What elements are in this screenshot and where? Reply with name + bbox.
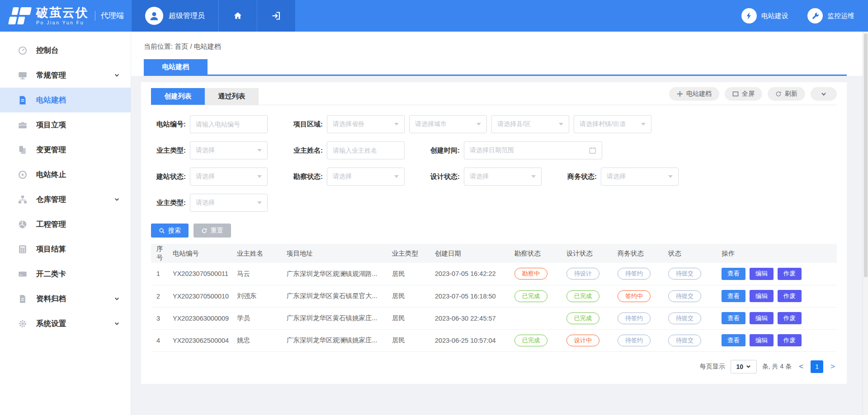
business-status-label: 商务状态: xyxy=(562,173,601,181)
next-page-button[interactable]: > xyxy=(829,362,837,371)
view-button[interactable]: 查看 xyxy=(722,334,745,346)
fullscreen-button[interactable]: 全屏 xyxy=(725,87,762,101)
station-code: YX2023070500011 xyxy=(169,263,233,285)
table-header-row: 序号电站编号业主姓名项目地址业主类型创建日期勘察状态设计状态商务状态状态操作 xyxy=(151,244,837,263)
sidebar-item-general-mgmt[interactable]: 常规管理 xyxy=(0,63,131,88)
caret-down-icon xyxy=(257,175,262,178)
scrollbar-thumb[interactable] xyxy=(864,33,868,277)
owner-type2-select[interactable]: 请选择 xyxy=(190,194,268,212)
chevron-down-icon xyxy=(821,91,827,97)
region-label: 项目区域: xyxy=(288,120,327,129)
sidebar-item-settings[interactable]: 系统设置 xyxy=(0,311,131,336)
reset-button[interactable]: 重置 xyxy=(193,224,231,238)
void-button[interactable]: 作废 xyxy=(778,334,802,346)
page-1-button[interactable]: 1 xyxy=(811,360,823,373)
column-header: 业主姓名 xyxy=(233,244,283,263)
column-header: 设计状态 xyxy=(563,244,614,263)
city-select[interactable]: 请选择城市 xyxy=(409,115,487,133)
user-menu[interactable]: 超级管理员 xyxy=(131,0,219,32)
nav-monitor-ops-label: 监控运维 xyxy=(827,12,854,20)
calculator-icon xyxy=(17,244,28,255)
business-status-select[interactable]: 请选择 xyxy=(601,168,679,186)
nav-monitor-ops[interactable]: 监控运维 xyxy=(807,8,854,23)
survey-status-select[interactable]: 请选择 xyxy=(327,168,405,186)
page-tab-station-file[interactable]: 电站建档 xyxy=(144,59,208,75)
owner-name: 刘强东 xyxy=(233,285,283,307)
logo: 破茧云伏 Po Jian Yun Fu 代理端 xyxy=(0,0,131,32)
edit-button[interactable]: 编辑 xyxy=(750,268,774,280)
scrollbar[interactable] xyxy=(863,32,868,415)
station-code-label: 电站编号: xyxy=(151,120,190,129)
breadcrumb-label: 当前位置: xyxy=(144,42,173,50)
sitemap-icon xyxy=(17,194,28,205)
plus-icon xyxy=(677,91,683,97)
reset-icon xyxy=(201,228,208,234)
breadcrumb-home[interactable]: 首页 xyxy=(175,42,188,50)
build-status-label: 建站状态: xyxy=(151,173,190,181)
void-button[interactable]: 作废 xyxy=(778,312,802,324)
user-avatar-icon xyxy=(145,7,163,25)
briefcase-icon xyxy=(17,120,28,131)
create-time-range-input[interactable]: 请选择日期范围 xyxy=(464,141,602,159)
design-status-select[interactable]: 请选择 xyxy=(464,168,542,186)
table-row: 4YX2023062500004姚忠广东深圳龙华区观澜镇姚家庄...居民2023… xyxy=(151,329,837,351)
column-header: 序号 xyxy=(151,244,169,263)
build-status-select[interactable]: 请选择 xyxy=(190,168,268,186)
edit-button[interactable]: 编辑 xyxy=(750,312,774,324)
breadcrumb-current: 电站建档 xyxy=(194,42,221,50)
status-status-badge: 待提交 xyxy=(668,268,701,280)
logout-button[interactable] xyxy=(257,0,296,32)
sidebar-item-settlement[interactable]: 项目结算 xyxy=(0,237,131,261)
edit-button[interactable]: 编辑 xyxy=(750,334,774,346)
county-select[interactable]: 请选择县/区 xyxy=(491,115,569,133)
tab-create-list[interactable]: 创建列表 xyxy=(151,88,205,105)
refresh-button[interactable]: 刷新 xyxy=(768,87,805,101)
caret-down-icon xyxy=(641,123,646,126)
caret-down-icon xyxy=(394,123,399,126)
station-code-input[interactable] xyxy=(190,115,268,133)
total-count-label: 条, 共 4 条 xyxy=(762,363,792,371)
sidebar-item-console[interactable]: 控制台 xyxy=(0,38,131,63)
sidebar-item-project-setup[interactable]: 项目立项 xyxy=(0,112,131,137)
column-header: 电站编号 xyxy=(169,244,233,263)
province-select[interactable]: 请选择省份 xyxy=(327,115,405,133)
gear-icon xyxy=(17,318,28,329)
sidebar-item-warehouse-mgmt[interactable]: 仓库管理 xyxy=(0,187,131,212)
copy-icon xyxy=(17,145,28,155)
view-button[interactable]: 查看 xyxy=(722,268,745,280)
create-station-button[interactable]: 电站建档 xyxy=(669,87,719,101)
owner-name-input[interactable] xyxy=(327,141,405,159)
home-button[interactable] xyxy=(219,0,257,32)
owner-type-select[interactable]: 请选择 xyxy=(190,141,268,159)
status-status-badge: 待提交 xyxy=(668,290,701,302)
sidebar-item-station-file[interactable]: 电站建档 xyxy=(0,88,131,112)
prev-page-button[interactable]: < xyxy=(797,362,805,371)
breadcrumb-separator: / xyxy=(190,42,192,50)
row-index: 4 xyxy=(151,329,169,351)
view-button[interactable]: 查看 xyxy=(722,290,745,302)
sidebar-item-change-mgmt[interactable]: 变更管理 xyxy=(0,137,131,162)
nav-station-build[interactable]: 电站建设 xyxy=(741,8,788,23)
town-select[interactable]: 请选择村镇/街道 xyxy=(574,115,651,133)
search-button[interactable]: 搜索 xyxy=(151,224,189,238)
sidebar-item-station-stop[interactable]: 电站终止 xyxy=(0,162,131,187)
per-page-select[interactable]: 10 xyxy=(731,360,757,373)
refresh-icon xyxy=(775,91,782,97)
column-header: 勘察状态 xyxy=(511,244,563,263)
owner-type: 居民 xyxy=(388,285,431,307)
view-button[interactable]: 查看 xyxy=(722,312,745,324)
sidebar-item-archive[interactable]: 资料归档 xyxy=(0,286,131,311)
void-button[interactable]: 作废 xyxy=(778,290,802,302)
sidebar-item-type2-card[interactable]: 开二类卡 xyxy=(0,261,131,286)
business-status-badge: 待签约 xyxy=(618,312,651,324)
collapse-toolbar-button[interactable] xyxy=(811,87,837,101)
per-page-label: 每页显示 xyxy=(700,363,725,371)
tab-passed-list[interactable]: 通过列表 xyxy=(205,88,259,105)
sidebar-item-project-mgmt[interactable]: 工程管理 xyxy=(0,212,131,237)
edit-button[interactable]: 编辑 xyxy=(750,290,774,302)
caret-down-icon xyxy=(668,175,673,178)
project-address: 广东深圳龙华区观澜镇姚家庄... xyxy=(283,329,388,351)
owner-name: 姚忠 xyxy=(233,329,283,351)
void-button[interactable]: 作废 xyxy=(778,268,802,280)
main: 当前位置: 首页 / 电站建档 电站建档 创建列表 通过列表 xyxy=(131,32,868,415)
